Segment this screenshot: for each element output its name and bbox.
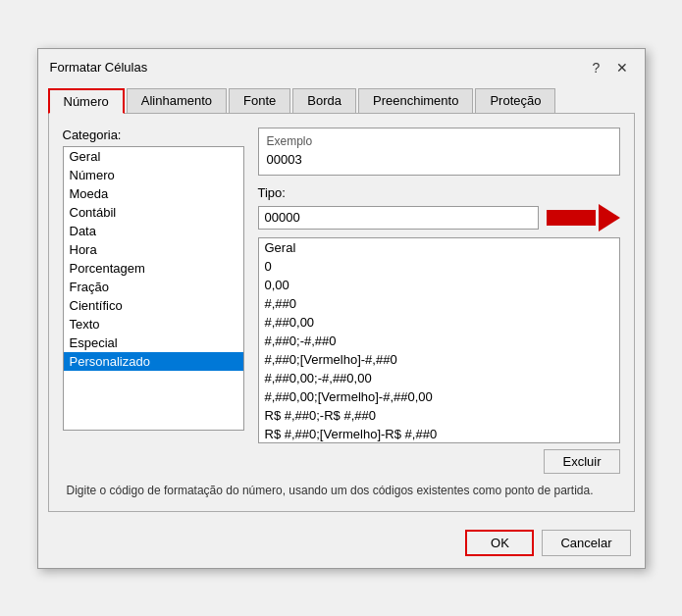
format-cells-dialog: Formatar Células ? ✕ Número Alinhamento … bbox=[37, 48, 646, 569]
delete-row: Excluir bbox=[258, 449, 620, 474]
title-bar: Formatar Células ? ✕ bbox=[38, 49, 645, 82]
help-button[interactable]: ? bbox=[586, 57, 607, 78]
format-item-0-00[interactable]: 0,00 bbox=[259, 276, 619, 294]
example-box: Exemplo 00003 bbox=[258, 128, 620, 176]
category-item-numero[interactable]: Número bbox=[64, 166, 243, 184]
category-item-cientifico[interactable]: Científico bbox=[64, 296, 243, 315]
tab-preenchimento[interactable]: Preenchimento bbox=[358, 88, 473, 114]
tab-bar: Número Alinhamento Fonte Borda Preenchim… bbox=[38, 82, 645, 113]
category-item-fracao[interactable]: Fração bbox=[64, 278, 243, 296]
format-item-hash0-verm[interactable]: #,##0;[Vermelho]-#,##0 bbox=[259, 350, 619, 369]
category-item-contabil[interactable]: Contábil bbox=[64, 203, 243, 222]
cancel-button[interactable]: Cancelar bbox=[542, 530, 630, 556]
category-listbox[interactable]: Geral Número Moeda Contábil Data Hora Po… bbox=[63, 146, 244, 431]
tab-borda[interactable]: Borda bbox=[292, 88, 356, 114]
category-item-moeda[interactable]: Moeda bbox=[64, 184, 243, 203]
category-label: Categoria: bbox=[63, 128, 244, 142]
dialog-title: Formatar Células bbox=[50, 60, 148, 75]
format-item-hash0-00[interactable]: #,##0,00 bbox=[259, 313, 619, 332]
format-item-hash0-neg[interactable]: #,##0;-#,##0 bbox=[259, 332, 619, 350]
tab-numero[interactable]: Número bbox=[48, 88, 125, 114]
title-bar-controls: ? ✕ bbox=[586, 57, 633, 78]
category-item-hora[interactable]: Hora bbox=[64, 240, 243, 259]
tab-protecao[interactable]: Proteção bbox=[475, 88, 555, 114]
type-input-row bbox=[258, 204, 620, 231]
format-item-rs-neg[interactable]: R$ #,##0;-R$ #,##0 bbox=[259, 406, 619, 425]
tab-content: Categoria: Geral Número Moeda Contábil D… bbox=[48, 113, 635, 512]
format-item-hash00-neg[interactable]: #,##0,00;-#,##0,00 bbox=[259, 369, 619, 387]
category-item-geral[interactable]: Geral bbox=[64, 147, 243, 166]
format-item-hash00-verm[interactable]: #,##0,00;[Vermelho]-#,##0,00 bbox=[259, 387, 619, 406]
red-arrow-indicator bbox=[547, 204, 620, 231]
category-item-personalizado[interactable]: Personalizado bbox=[64, 352, 243, 371]
bottom-bar: OK Cancelar bbox=[38, 522, 645, 568]
left-panel: Categoria: Geral Número Moeda Contábil D… bbox=[63, 128, 244, 474]
format-item-hash0[interactable]: #,##0 bbox=[259, 294, 619, 313]
format-item-geral[interactable]: Geral bbox=[259, 238, 619, 257]
category-item-data[interactable]: Data bbox=[64, 222, 243, 240]
example-value: 00003 bbox=[267, 152, 611, 167]
format-item-0[interactable]: 0 bbox=[259, 257, 619, 276]
tab-alinhamento[interactable]: Alinhamento bbox=[127, 88, 227, 114]
main-layout: Categoria: Geral Número Moeda Contábil D… bbox=[63, 128, 620, 474]
example-label: Exemplo bbox=[267, 134, 611, 148]
type-input[interactable] bbox=[258, 206, 539, 230]
category-item-porcentagem[interactable]: Porcentagem bbox=[64, 259, 243, 278]
format-listbox[interactable]: Geral 0 0,00 #,##0 #,##0,00 #,##0;-#,##0… bbox=[258, 237, 620, 443]
category-item-especial[interactable]: Especial bbox=[64, 334, 243, 352]
excluir-button[interactable]: Excluir bbox=[544, 449, 619, 474]
category-item-texto[interactable]: Texto bbox=[64, 315, 243, 334]
right-panel: Exemplo 00003 Tipo: Geral bbox=[258, 128, 620, 474]
ok-button[interactable]: OK bbox=[465, 530, 534, 556]
close-button[interactable]: ✕ bbox=[611, 57, 633, 78]
tab-fonte[interactable]: Fonte bbox=[229, 88, 290, 114]
format-item-rs-verm[interactable]: R$ #,##0;[Vermelho]-R$ #,##0 bbox=[259, 425, 619, 443]
help-text: Digite o código de formatação do número,… bbox=[63, 484, 620, 497]
tipo-label: Tipo: bbox=[258, 185, 620, 200]
